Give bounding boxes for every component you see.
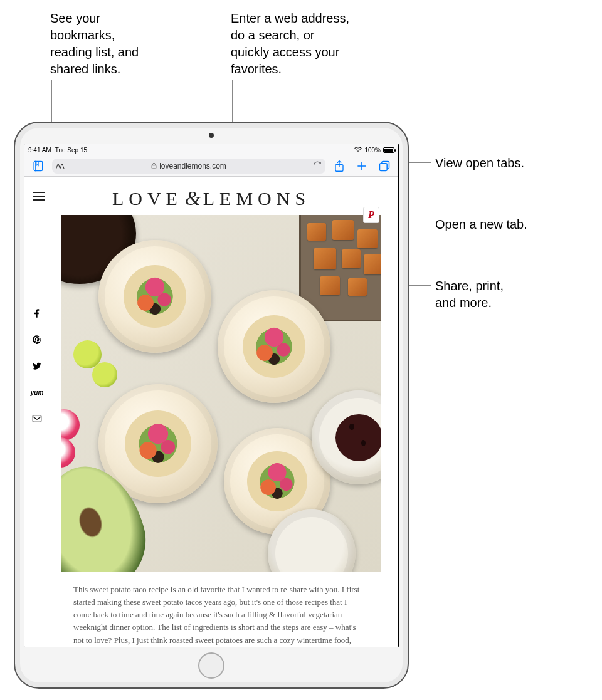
- hero-image: [61, 215, 381, 572]
- ipad-camera: [209, 133, 214, 138]
- svg-rect-3: [33, 415, 41, 422]
- food-lime: [92, 362, 117, 387]
- yum-icon[interactable]: yum: [31, 386, 43, 399]
- safari-toolbar: AA loveandlemons.com: [24, 155, 398, 177]
- battery-icon: [383, 147, 394, 153]
- food-plate: [218, 290, 330, 403]
- text-size-button[interactable]: AA: [56, 162, 64, 170]
- tabs-button[interactable]: [376, 157, 393, 175]
- callout-bookmarks: See your bookmarks, reading list, and sh…: [50, 10, 169, 78]
- callout-newtab: Open a new tab.: [435, 216, 527, 233]
- status-time: 9:41 AM: [28, 147, 51, 154]
- callout-share: Share, print, and more.: [435, 278, 504, 311]
- refresh-button[interactable]: [313, 160, 322, 171]
- address-bar[interactable]: AA loveandlemons.com: [52, 159, 325, 174]
- site-logo[interactable]: LOVE & LEMONS: [112, 187, 310, 210]
- page-content: LOVE & LEMONS P yum: [24, 177, 398, 647]
- mail-icon[interactable]: [31, 412, 43, 425]
- food-radish: [61, 437, 75, 468]
- logo-text-2: LEMONS: [203, 188, 310, 209]
- logo-text-1: LOVE: [112, 188, 182, 209]
- page-header: LOVE & LEMONS P: [24, 177, 398, 215]
- lock-icon: [151, 162, 157, 169]
- screen: 9:41 AM Tue Sep 15 100% AA loveandlemons…: [24, 144, 399, 647]
- wifi-icon: [354, 147, 362, 153]
- article-body: This sweet potato taco recipe is an old …: [73, 583, 361, 647]
- url-text: loveandlemons.com: [159, 162, 226, 170]
- menu-button[interactable]: [33, 192, 45, 201]
- battery-percent: 100%: [364, 147, 381, 154]
- svg-rect-0: [152, 165, 156, 169]
- new-tab-button[interactable]: [353, 157, 371, 175]
- status-date: Tue Sep 15: [55, 147, 87, 154]
- food-radish: [61, 409, 80, 441]
- facebook-icon[interactable]: [31, 307, 43, 320]
- home-button[interactable]: [198, 652, 224, 679]
- social-rail: yum: [31, 307, 43, 425]
- pinterest-icon[interactable]: [31, 333, 43, 346]
- pinterest-save-button[interactable]: P: [363, 207, 379, 223]
- callout-search: Enter a web address, do a search, or qui…: [231, 10, 369, 78]
- twitter-icon[interactable]: [31, 360, 43, 372]
- share-button[interactable]: [330, 157, 348, 175]
- status-bar: 9:41 AM Tue Sep 15 100%: [24, 144, 398, 155]
- logo-amp: &: [185, 187, 201, 210]
- ipad-device: 9:41 AM Tue Sep 15 100% AA loveandlemons…: [14, 122, 409, 689]
- bookmarks-button[interactable]: [29, 157, 47, 175]
- food-plate: [98, 240, 211, 353]
- callout-tabs: View open tabs.: [435, 155, 524, 172]
- svg-rect-2: [380, 163, 388, 170]
